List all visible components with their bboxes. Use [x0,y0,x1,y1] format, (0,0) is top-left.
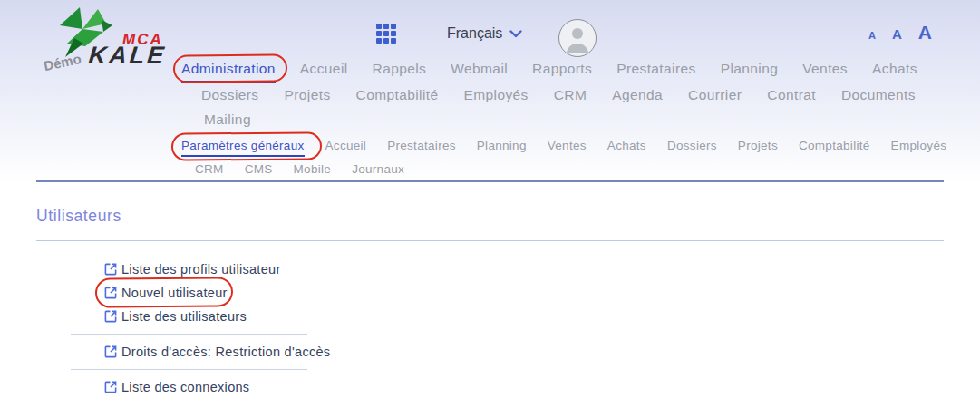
link-droits-acces[interactable]: Droits d'accès: Restriction d'accès [71,340,307,364]
list-divider [71,334,307,335]
nav-item-mailing[interactable]: Mailing [204,112,251,128]
font-size-small-button[interactable]: A [868,30,876,41]
subnav-item-mobile[interactable]: Mobile [294,162,332,176]
external-link-icon [104,287,117,299]
nav-item-administration[interactable]: Administration [181,61,276,83]
link-label: Liste des profils utilisateur [121,262,281,277]
nav-item-accueil[interactable]: Accueil [300,61,348,77]
link-liste-profils-utilisateur[interactable]: Liste des profils utilisateur [71,257,307,281]
sub-nav-row-2: CRM CMS Mobile Journaux [195,162,404,176]
link-label: Droits d'accès: Restriction d'accès [121,345,330,359]
nav-item-achats[interactable]: Achats [872,61,917,77]
language-label: Français [447,25,502,42]
user-avatar[interactable] [558,19,597,57]
main-nav-row-2: Dossiers Projets Comptabilité Employés C… [201,87,916,103]
subnav-item-dossiers[interactable]: Dossiers [667,139,717,152]
list-divider [71,369,307,370]
nav-item-prestataires[interactable]: Prestataires [616,61,696,77]
nav-item-crm[interactable]: CRM [554,87,587,103]
link-label: Liste des utilisateurs [121,309,247,324]
nav-item-dossiers[interactable]: Dossiers [201,87,259,103]
main-nav-row-1: Administration Accueil Rappels Webmail R… [181,61,917,83]
page-title: Utilisateurs [36,207,121,226]
language-selector[interactable]: Français [447,25,522,42]
nav-item-documents[interactable]: Documents [841,87,916,103]
nav-item-agenda[interactable]: Agenda [612,87,663,103]
link-label: Nouvel utilisateur [121,286,228,300]
nav-item-ventes[interactable]: Ventes [802,61,848,77]
subnav-item-cms[interactable]: CMS [245,162,273,176]
nav-item-projets[interactable]: Projets [285,87,331,103]
link-label: Liste des connexions [121,380,249,394]
nav-item-rappels[interactable]: Rappels [373,61,427,77]
subnav-item-journaux[interactable]: Journaux [352,162,404,176]
external-link-icon [104,310,117,323]
subnav-item-comptabilite[interactable]: Comptabilité [799,139,870,152]
nav-item-courrier[interactable]: Courrier [688,87,742,103]
subnav-item-parametres-generaux[interactable]: Paramètres généraux [181,139,305,157]
nav-item-planning[interactable]: Planning [721,61,779,77]
header-divider [36,180,944,182]
link-liste-connexions[interactable]: Liste des connexions [71,375,307,399]
subnav-item-ventes[interactable]: Ventes [548,139,587,152]
external-link-icon [104,381,117,393]
nav-item-contrat[interactable]: Contrat [767,87,816,103]
font-size-large-button[interactable]: A [918,22,932,44]
user-links-list: Liste des profils utilisateur Nouvel uti… [71,257,307,399]
main-nav-row-3: Mailing [204,112,251,128]
logo-text-kale: KALE [87,42,168,70]
external-link-icon [104,345,117,358]
font-size-controls: A A A [868,22,945,44]
nav-item-employes[interactable]: Employés [464,87,529,103]
subnav-item-crm[interactable]: CRM [195,162,224,176]
person-icon [566,26,589,53]
subnav-item-planning[interactable]: Planning [477,139,527,152]
subnav-item-projets[interactable]: Projets [738,139,778,152]
nav-item-rapports[interactable]: Rapports [532,61,592,77]
apps-grid-icon[interactable] [376,24,396,44]
app-logo[interactable]: MCA KALE Démo [36,4,195,69]
nav-item-webmail[interactable]: Webmail [451,61,508,77]
subnav-item-prestataires[interactable]: Prestataires [387,139,456,152]
subnav-item-achats[interactable]: Achats [607,139,646,152]
subnav-item-employes[interactable]: Employés [891,139,947,152]
external-link-icon [104,263,117,276]
subnav-item-accueil[interactable]: Accueil [325,139,367,152]
nav-item-comptabilite[interactable]: Comptabilité [356,87,439,103]
sub-nav-row-1: Paramètres généraux Accueil Prestataires… [181,139,946,157]
link-liste-utilisateurs[interactable]: Liste des utilisateurs [71,305,307,328]
font-size-medium-button[interactable]: A [892,26,902,42]
link-nouvel-utilisateur[interactable]: Nouvel utilisateur [71,281,307,305]
chevron-down-icon [509,30,522,38]
section-rule [36,240,944,241]
